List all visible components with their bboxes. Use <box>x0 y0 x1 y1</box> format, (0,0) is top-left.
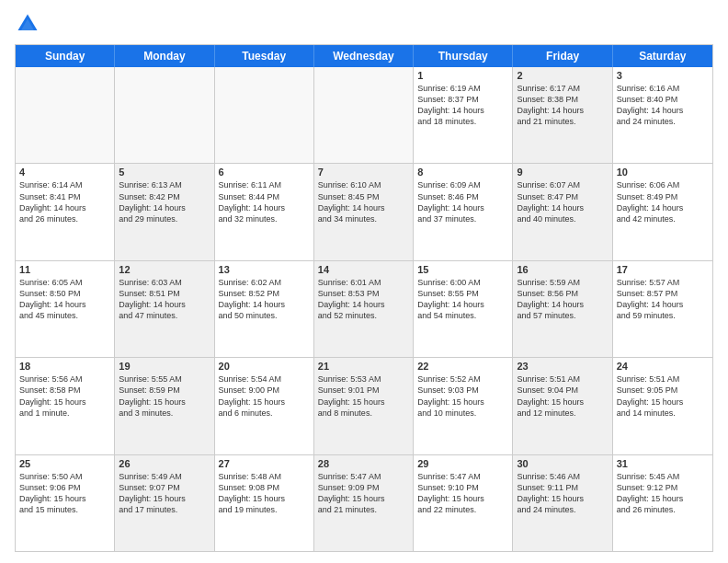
day-info: Sunrise: 6:02 AM Sunset: 8:52 PM Dayligh… <box>219 277 310 322</box>
cal-cell-15: 15Sunrise: 6:00 AM Sunset: 8:55 PM Dayli… <box>414 261 513 357</box>
cal-cell-24: 24Sunrise: 5:51 AM Sunset: 9:05 PM Dayli… <box>613 358 712 454</box>
day-info: Sunrise: 6:05 AM Sunset: 8:50 PM Dayligh… <box>19 277 110 322</box>
cal-cell-28: 28Sunrise: 5:47 AM Sunset: 9:09 PM Dayli… <box>314 455 414 551</box>
cal-cell-6: 6Sunrise: 6:11 AM Sunset: 8:44 PM Daylig… <box>215 164 314 259</box>
day-number: 3 <box>617 70 709 81</box>
day-number: 6 <box>219 167 310 178</box>
day-info: Sunrise: 6:19 AM Sunset: 8:37 PM Dayligh… <box>417 83 508 128</box>
day-info: Sunrise: 5:59 AM Sunset: 8:56 PM Dayligh… <box>517 277 608 322</box>
day-info: Sunrise: 6:16 AM Sunset: 8:40 PM Dayligh… <box>617 83 709 128</box>
day-info: Sunrise: 6:14 AM Sunset: 8:41 PM Dayligh… <box>19 179 110 224</box>
logo <box>15 11 44 37</box>
day-number: 27 <box>219 458 310 469</box>
cal-cell-1: 1Sunrise: 6:19 AM Sunset: 8:37 PM Daylig… <box>414 67 513 163</box>
header-day-tuesday: Tuesday <box>215 45 314 67</box>
cal-cell-16: 16Sunrise: 5:59 AM Sunset: 8:56 PM Dayli… <box>513 261 612 357</box>
cal-cell-empty <box>115 67 214 163</box>
header-day-monday: Monday <box>115 45 214 67</box>
day-number: 2 <box>517 70 608 81</box>
logo-icon <box>15 11 40 37</box>
day-number: 16 <box>517 264 608 275</box>
calendar-header: SundayMondayTuesdayWednesdayThursdayFrid… <box>16 45 712 67</box>
day-info: Sunrise: 6:07 AM Sunset: 8:47 PM Dayligh… <box>517 179 608 224</box>
week-row-3: 11Sunrise: 6:05 AM Sunset: 8:50 PM Dayli… <box>16 261 712 358</box>
day-info: Sunrise: 5:50 AM Sunset: 9:06 PM Dayligh… <box>19 471 110 516</box>
day-info: Sunrise: 5:51 AM Sunset: 9:04 PM Dayligh… <box>517 373 608 419</box>
cal-cell-10: 10Sunrise: 6:06 AM Sunset: 8:49 PM Dayli… <box>613 164 712 259</box>
day-info: Sunrise: 6:17 AM Sunset: 8:38 PM Dayligh… <box>517 83 608 128</box>
cal-cell-19: 19Sunrise: 5:55 AM Sunset: 8:59 PM Dayli… <box>115 358 214 454</box>
day-info: Sunrise: 5:51 AM Sunset: 9:05 PM Dayligh… <box>617 373 709 419</box>
header-day-friday: Friday <box>513 45 612 67</box>
week-row-4: 18Sunrise: 5:56 AM Sunset: 8:58 PM Dayli… <box>16 358 712 454</box>
cal-cell-18: 18Sunrise: 5:56 AM Sunset: 8:58 PM Dayli… <box>16 358 115 454</box>
day-number: 31 <box>617 458 709 469</box>
header <box>15 11 713 37</box>
day-number: 4 <box>19 167 110 178</box>
day-info: Sunrise: 6:13 AM Sunset: 8:42 PM Dayligh… <box>119 179 210 224</box>
day-number: 11 <box>19 264 110 275</box>
cal-cell-11: 11Sunrise: 6:05 AM Sunset: 8:50 PM Dayli… <box>16 261 115 357</box>
day-number: 19 <box>119 361 210 372</box>
cal-cell-9: 9Sunrise: 6:07 AM Sunset: 8:47 PM Daylig… <box>513 164 612 259</box>
day-number: 30 <box>517 458 608 469</box>
cal-cell-2: 2Sunrise: 6:17 AM Sunset: 8:38 PM Daylig… <box>513 67 612 163</box>
cal-cell-23: 23Sunrise: 5:51 AM Sunset: 9:04 PM Dayli… <box>513 358 612 454</box>
day-info: Sunrise: 6:01 AM Sunset: 8:53 PM Dayligh… <box>318 277 409 322</box>
cal-cell-12: 12Sunrise: 6:03 AM Sunset: 8:51 PM Dayli… <box>115 261 214 357</box>
day-number: 14 <box>318 264 409 275</box>
day-info: Sunrise: 6:00 AM Sunset: 8:55 PM Dayligh… <box>417 277 508 322</box>
cal-cell-8: 8Sunrise: 6:09 AM Sunset: 8:46 PM Daylig… <box>414 164 513 259</box>
week-row-2: 4Sunrise: 6:14 AM Sunset: 8:41 PM Daylig… <box>16 164 712 260</box>
header-day-saturday: Saturday <box>613 45 712 67</box>
cal-cell-17: 17Sunrise: 5:57 AM Sunset: 8:57 PM Dayli… <box>613 261 712 357</box>
header-day-thursday: Thursday <box>414 45 513 67</box>
cal-cell-4: 4Sunrise: 6:14 AM Sunset: 8:41 PM Daylig… <box>16 164 115 259</box>
cal-cell-empty <box>16 67 115 163</box>
day-info: Sunrise: 5:53 AM Sunset: 9:01 PM Dayligh… <box>318 373 409 419</box>
day-number: 22 <box>417 361 508 372</box>
day-number: 25 <box>19 458 110 469</box>
day-info: Sunrise: 5:57 AM Sunset: 8:57 PM Dayligh… <box>617 277 709 322</box>
day-number: 21 <box>318 361 409 372</box>
week-row-1: 1Sunrise: 6:19 AM Sunset: 8:37 PM Daylig… <box>16 67 712 164</box>
day-number: 9 <box>517 167 608 178</box>
day-info: Sunrise: 6:09 AM Sunset: 8:46 PM Dayligh… <box>417 179 508 224</box>
calendar-body: 1Sunrise: 6:19 AM Sunset: 8:37 PM Daylig… <box>16 67 712 551</box>
day-number: 24 <box>617 361 709 372</box>
day-number: 7 <box>318 167 409 178</box>
cal-cell-31: 31Sunrise: 5:45 AM Sunset: 9:12 PM Dayli… <box>613 455 712 551</box>
day-number: 8 <box>417 167 508 178</box>
day-info: Sunrise: 5:48 AM Sunset: 9:08 PM Dayligh… <box>219 471 310 516</box>
day-info: Sunrise: 5:54 AM Sunset: 9:00 PM Dayligh… <box>219 373 310 419</box>
day-info: Sunrise: 5:49 AM Sunset: 9:07 PM Dayligh… <box>119 471 210 516</box>
day-number: 1 <box>417 70 508 81</box>
day-number: 28 <box>318 458 409 469</box>
page: SundayMondayTuesdayWednesdayThursdayFrid… <box>0 0 728 563</box>
day-number: 18 <box>19 361 110 372</box>
day-number: 15 <box>417 264 508 275</box>
day-number: 23 <box>517 361 608 372</box>
day-info: Sunrise: 5:56 AM Sunset: 8:58 PM Dayligh… <box>19 373 110 419</box>
cal-cell-21: 21Sunrise: 5:53 AM Sunset: 9:01 PM Dayli… <box>314 358 414 454</box>
day-info: Sunrise: 6:06 AM Sunset: 8:49 PM Dayligh… <box>617 179 709 224</box>
cal-cell-14: 14Sunrise: 6:01 AM Sunset: 8:53 PM Dayli… <box>314 261 414 357</box>
day-number: 26 <box>119 458 210 469</box>
day-number: 12 <box>119 264 210 275</box>
cal-cell-25: 25Sunrise: 5:50 AM Sunset: 9:06 PM Dayli… <box>16 455 115 551</box>
day-info: Sunrise: 6:11 AM Sunset: 8:44 PM Dayligh… <box>219 179 310 224</box>
cal-cell-5: 5Sunrise: 6:13 AM Sunset: 8:42 PM Daylig… <box>115 164 214 259</box>
day-info: Sunrise: 5:47 AM Sunset: 9:10 PM Dayligh… <box>417 471 508 516</box>
day-number: 17 <box>617 264 709 275</box>
cal-cell-27: 27Sunrise: 5:48 AM Sunset: 9:08 PM Dayli… <box>215 455 314 551</box>
week-row-5: 25Sunrise: 5:50 AM Sunset: 9:06 PM Dayli… <box>16 455 712 551</box>
day-info: Sunrise: 5:45 AM Sunset: 9:12 PM Dayligh… <box>617 471 709 516</box>
header-day-wednesday: Wednesday <box>314 45 414 67</box>
cal-cell-29: 29Sunrise: 5:47 AM Sunset: 9:10 PM Dayli… <box>414 455 513 551</box>
cal-cell-13: 13Sunrise: 6:02 AM Sunset: 8:52 PM Dayli… <box>215 261 314 357</box>
cal-cell-3: 3Sunrise: 6:16 AM Sunset: 8:40 PM Daylig… <box>613 67 712 163</box>
cal-cell-20: 20Sunrise: 5:54 AM Sunset: 9:00 PM Dayli… <box>215 358 314 454</box>
day-number: 20 <box>219 361 310 372</box>
cal-cell-empty <box>314 67 414 163</box>
cal-cell-26: 26Sunrise: 5:49 AM Sunset: 9:07 PM Dayli… <box>115 455 214 551</box>
